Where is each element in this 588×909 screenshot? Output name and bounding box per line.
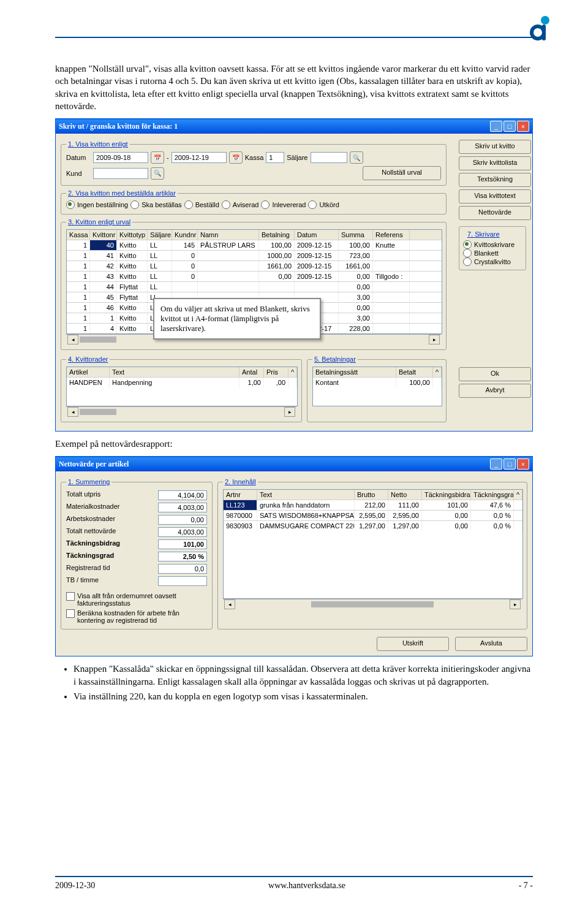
table-row[interactable]: 140KvittoLL145PÅLSTRUP LARS100,002009-12…: [67, 240, 442, 250]
lookup-icon[interactable]: 🔍: [350, 151, 363, 164]
group-skrivare: 7. Skrivare Kvittoskrivare Blankett Crys…: [459, 226, 526, 270]
nettovarde-button[interactable]: Nettovärde: [459, 206, 531, 220]
minimize-button[interactable]: _: [490, 121, 502, 132]
footer-date: 2009-12-30: [55, 881, 95, 891]
table-row[interactable]: 9830903DAMMSUGARE COMPACT 2201,297,001,2…: [224, 520, 522, 531]
skriv-kvittolista-button[interactable]: Skriv kvittolista: [459, 156, 531, 170]
table-row[interactable]: 142KvittoLL01661,002009-12-151661,00: [67, 261, 442, 271]
kvittorader-table[interactable]: Artikel Text Antal Pris ^ HANDPEN Handpe…: [66, 367, 298, 406]
textsokning-button[interactable]: Textsökning: [459, 173, 531, 187]
check-visa-allt[interactable]: [66, 592, 75, 601]
table-row[interactable]: LL123grunka från handdatorn212,00111,001…: [224, 500, 522, 510]
brand-logo: [527, 15, 551, 45]
check-berakna[interactable]: [66, 609, 75, 618]
bullet-installning-220: Via inställning 220, kan du koppla en eg…: [74, 690, 533, 702]
intro-paragraph: knappen "Nollställ urval", visas alla kv…: [55, 63, 533, 112]
visa-kvittotext-button[interactable]: Visa kvittotext: [459, 189, 531, 203]
innehall-table[interactable]: Artnr Text Brutto Netto Täckningsbidrag …: [223, 489, 523, 599]
bullet-kassalada: Knappen "Kassalåda" skickar en öppningss…: [74, 663, 533, 688]
tooltip-callout: Om du väljer att skriva ut med Blankett,…: [153, 298, 321, 340]
group-innehall: 2. Innehåll Artnr Text Brutto Netto Täck…: [217, 478, 527, 629]
utskrift-button[interactable]: Utskrift: [377, 637, 449, 651]
window-skrivut-kvitton: Skriv ut / granska kvitton för kassa: 1 …: [55, 118, 533, 432]
header-rule: [55, 37, 533, 38]
minimize-button[interactable]: _: [490, 458, 502, 470]
date-picker-icon[interactable]: 📅: [229, 151, 243, 164]
window-title: Nettovärde per artikel: [59, 460, 129, 469]
window-nettovarde: Nettovärde per artikel _ □ × 1. Summerin…: [55, 456, 533, 656]
svg-point-0: [541, 16, 549, 25]
grid-scrollbar[interactable]: ◂▸: [66, 406, 296, 417]
group-kvittorader: 4. Kvittorader Artikel Text Antal Pris ^…: [61, 356, 302, 422]
date-picker-icon[interactable]: 📅: [151, 151, 164, 164]
table-row[interactable]: 143KvittoLL00,002009-12-150,00Tillgodo :: [67, 271, 442, 281]
date-from-input[interactable]: 2009-09-18: [93, 152, 148, 163]
maximize-button[interactable]: □: [503, 121, 516, 132]
radio-kvittoskrivare[interactable]: [463, 240, 472, 249]
group-bestallda-artiklar: 2. Visa kvitton med beställda artiklar I…: [61, 189, 447, 215]
radio-aviserad[interactable]: [222, 200, 230, 209]
skriv-ut-kvitto-button[interactable]: Skriv ut kvitto: [459, 140, 531, 154]
radio-bestalld[interactable]: [184, 200, 193, 209]
radio-crystalkvitto[interactable]: [463, 257, 472, 266]
page-footer: 2009-12-30 www.hantverksdata.se - 7 -: [55, 876, 533, 891]
group-summering: 1. Summering Totalt utpris4,104,00Materi…: [61, 478, 213, 629]
table-row[interactable]: 144FlyttatLL0,00: [67, 281, 442, 292]
ok-button[interactable]: Ok: [459, 367, 531, 381]
radio-ska[interactable]: [130, 200, 139, 209]
nollstall-urval-button[interactable]: Nollställ urval: [363, 166, 441, 180]
grid-scrollbar[interactable]: ◂▸: [223, 599, 522, 609]
betalningar-table[interactable]: Betalningssätt Betalt ^ Kontant 100,00: [312, 367, 442, 406]
kassa-input[interactable]: 1: [266, 152, 284, 163]
group-betalningar: 5. Betalningar Betalningssätt Betalt ^ K…: [307, 356, 447, 422]
table-row[interactable]: 9870000SATS WISDOM868+KNAPPSAT2,595,002,…: [224, 510, 522, 520]
lookup-icon[interactable]: 🔍: [151, 167, 164, 180]
kund-input[interactable]: [93, 168, 148, 179]
footer-page: - 7 -: [519, 881, 533, 891]
avsluta-button[interactable]: Avsluta: [455, 637, 527, 651]
footer-url: www.hantverksdata.se: [268, 881, 345, 891]
avbryt-button[interactable]: Avbryt: [459, 384, 531, 398]
group-kvitton-enligt-urval: 3. Kvitton enligt urval Kassa Kvittonr K…: [61, 218, 447, 350]
radio-inlevererad[interactable]: [261, 200, 270, 209]
radio-utkord[interactable]: [308, 200, 317, 209]
saljare-input[interactable]: [311, 152, 347, 163]
close-button[interactable]: ×: [517, 458, 529, 470]
maximize-button[interactable]: □: [503, 458, 516, 470]
radio-blankett[interactable]: [463, 249, 472, 257]
close-button[interactable]: ×: [517, 121, 529, 132]
radio-ingen[interactable]: [66, 200, 75, 209]
date-to-input[interactable]: 2009-12-19: [172, 152, 227, 163]
group-visa-kvitton-enligt: 1. Visa kvitton enligt Datum 2009-09-18 …: [61, 140, 447, 186]
table-row[interactable]: 141KvittoLL01000,002009-12-15723,00: [67, 250, 442, 261]
window-title: Skriv ut / granska kvitton för kassa: 1: [59, 122, 178, 131]
example-heading: Exempel på nettovärdesrapport:: [55, 438, 533, 450]
